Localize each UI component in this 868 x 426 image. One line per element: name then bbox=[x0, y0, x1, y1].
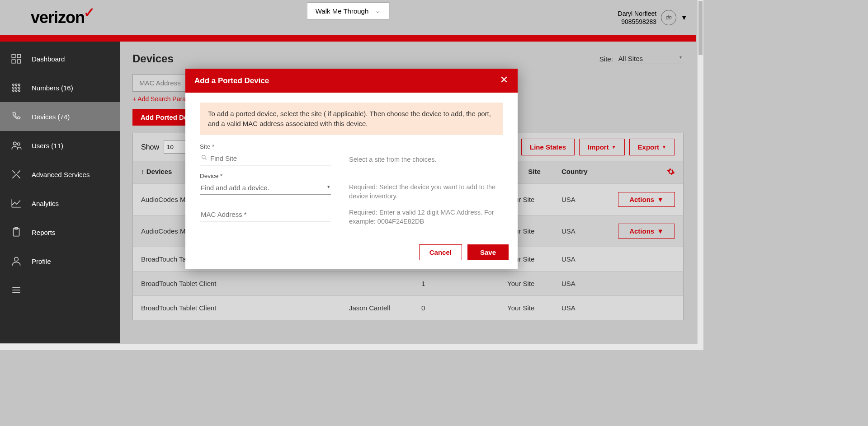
modal-info-text: To add a ported device, select the site … bbox=[200, 103, 503, 135]
modal-title: Add a Ported Device bbox=[194, 76, 269, 85]
horizontal-scrollbar[interactable] bbox=[0, 344, 703, 350]
sidebar-item-label: Profile bbox=[32, 257, 51, 265]
sidebar-item-label: Numbers (16) bbox=[32, 84, 73, 92]
col-country-header[interactable]: Country bbox=[561, 168, 611, 177]
chart-icon bbox=[10, 197, 23, 210]
cell-lines: 1 bbox=[421, 280, 507, 287]
cell-lines: 0 bbox=[421, 304, 507, 312]
svg-point-14 bbox=[18, 143, 20, 145]
users-icon bbox=[10, 139, 23, 152]
caret-down-icon: ▼ bbox=[657, 227, 664, 235]
cell-device: BroadTouch Tablet Client bbox=[141, 304, 349, 312]
svg-point-6 bbox=[19, 84, 20, 85]
svg-point-23 bbox=[202, 155, 206, 159]
user-menu-caret-icon[interactable]: ▼ bbox=[681, 14, 687, 21]
svg-point-7 bbox=[13, 87, 14, 88]
svg-rect-3 bbox=[17, 60, 21, 63]
vertical-scrollbar[interactable] bbox=[697, 0, 703, 344]
site-field-label: Site * bbox=[200, 143, 331, 150]
caret-down-icon: ▼ bbox=[662, 145, 666, 150]
hamburger-icon bbox=[10, 284, 23, 296]
logo-check-icon: ✓ bbox=[84, 5, 94, 20]
sidebar-item-profile[interactable]: Profile bbox=[0, 247, 120, 276]
svg-point-13 bbox=[14, 142, 17, 145]
sidebar-item-analytics[interactable]: Analytics bbox=[0, 189, 120, 218]
gear-icon[interactable] bbox=[667, 168, 675, 177]
page-title: Devices bbox=[132, 52, 174, 65]
cell-country: USA bbox=[561, 280, 611, 287]
cancel-button[interactable]: Cancel bbox=[419, 244, 462, 260]
mac-address-field[interactable] bbox=[200, 208, 331, 221]
sidebar-hamburger[interactable] bbox=[0, 276, 120, 304]
svg-point-5 bbox=[15, 84, 17, 85]
sidebar-item-users[interactable]: Users (11) bbox=[0, 131, 120, 160]
table-row[interactable]: BroadTouch Tablet Client1Your SiteUSA bbox=[133, 271, 683, 295]
import-button[interactable]: Import▼ bbox=[579, 139, 625, 155]
sidebar: Dashboard Numbers (16) Devices (74) User… bbox=[0, 42, 120, 343]
red-accent-bar bbox=[0, 35, 696, 42]
sidebar-item-label: Dashboard bbox=[32, 55, 65, 63]
cell-site: Your Site bbox=[507, 304, 561, 312]
cell-country: USA bbox=[561, 196, 611, 203]
caret-down-icon: ▼ bbox=[612, 145, 616, 150]
site-selector[interactable]: Site: All Sites bbox=[599, 53, 684, 64]
top-bar: verizon✓ Walk Me Through ⌄ Daryl Norflee… bbox=[0, 0, 696, 35]
svg-point-12 bbox=[19, 90, 20, 91]
caret-down-icon: ▼ bbox=[657, 196, 664, 203]
svg-rect-0 bbox=[12, 54, 15, 58]
site-search-input[interactable] bbox=[200, 152, 331, 165]
tools-icon bbox=[10, 168, 23, 181]
close-icon[interactable] bbox=[500, 75, 509, 86]
show-count-input[interactable] bbox=[164, 140, 186, 154]
sidebar-item-label: Devices (74) bbox=[32, 113, 70, 121]
cell-user: Jason Cantell bbox=[349, 304, 421, 312]
chevron-down-icon: ⌄ bbox=[375, 7, 381, 15]
svg-point-8 bbox=[15, 87, 17, 88]
sidebar-item-advanced-services[interactable]: Advanced Services bbox=[0, 160, 120, 189]
actions-button[interactable]: Actions ▼ bbox=[618, 224, 675, 239]
table-row[interactable]: BroadTouch Tablet ClientJason Cantell0Yo… bbox=[133, 295, 683, 320]
user-info: Daryl Norfleet 9085598283 dn ▼ bbox=[618, 9, 687, 26]
sidebar-item-numbers[interactable]: Numbers (16) bbox=[0, 73, 120, 102]
sidebar-item-label: Analytics bbox=[32, 200, 59, 207]
cell-device: BroadTouch Tablet Client bbox=[141, 280, 349, 287]
device-select[interactable]: Find and add a device. bbox=[200, 181, 331, 195]
device-field-label: Device * bbox=[200, 173, 331, 179]
add-ported-device-modal: Add a Ported Device To add a ported devi… bbox=[185, 69, 518, 269]
export-button[interactable]: Export▼ bbox=[629, 139, 675, 155]
device-help-text: Required: Select the device you want to … bbox=[349, 173, 503, 201]
grid-icon bbox=[10, 52, 23, 65]
actions-button[interactable]: Actions ▼ bbox=[618, 192, 675, 207]
sidebar-item-devices[interactable]: Devices (74) bbox=[0, 102, 120, 131]
svg-line-24 bbox=[205, 158, 206, 159]
line-states-button[interactable]: Line States bbox=[521, 139, 575, 155]
svg-point-4 bbox=[13, 84, 14, 85]
cell-country: USA bbox=[561, 304, 611, 312]
walk-me-through-dropdown[interactable]: Walk Me Through ⌄ bbox=[307, 2, 390, 19]
avatar[interactable]: dn bbox=[661, 10, 676, 25]
user-number: 9085598283 bbox=[618, 18, 657, 26]
dialpad-icon bbox=[10, 81, 23, 94]
svg-rect-2 bbox=[12, 60, 15, 63]
svg-point-9 bbox=[19, 87, 20, 88]
sidebar-item-reports[interactable]: Reports bbox=[0, 218, 120, 247]
svg-point-10 bbox=[13, 90, 14, 91]
phone-icon bbox=[10, 110, 23, 123]
svg-rect-1 bbox=[17, 54, 21, 58]
person-icon bbox=[10, 255, 23, 267]
sidebar-item-dashboard[interactable]: Dashboard bbox=[0, 44, 120, 73]
sidebar-item-label: Users (11) bbox=[32, 142, 63, 150]
clipboard-icon bbox=[10, 226, 23, 239]
save-button[interactable]: Save bbox=[467, 244, 509, 260]
verizon-logo: verizon✓ bbox=[31, 8, 94, 27]
search-icon bbox=[201, 154, 208, 163]
site-help-text: Select a site from the choices. bbox=[349, 143, 503, 165]
svg-point-11 bbox=[15, 90, 17, 91]
cell-country: USA bbox=[561, 227, 611, 235]
show-label: Show bbox=[141, 143, 159, 151]
sidebar-item-label: Advanced Services bbox=[32, 171, 90, 178]
cell-site: Your Site bbox=[507, 280, 561, 287]
svg-point-17 bbox=[14, 257, 19, 261]
user-name: Daryl Norfleet bbox=[618, 9, 657, 18]
cell-country: USA bbox=[561, 255, 611, 263]
